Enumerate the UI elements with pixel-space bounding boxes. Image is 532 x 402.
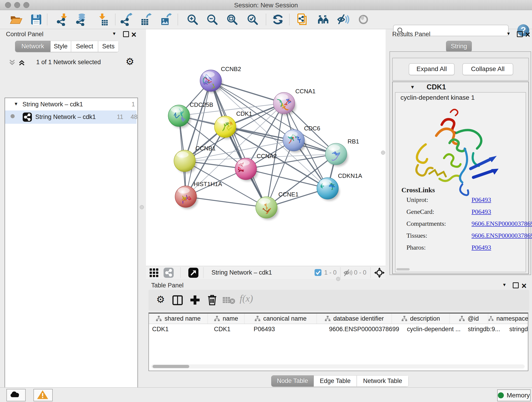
- fit-selected-crosshair-icon[interactable]: [374, 268, 385, 278]
- network-canvas[interactable]: CCNB2CCNA1CDC25BCDK1CDC6RB1CCNB1CCNA2CDK…: [146, 29, 386, 266]
- column-type-icon: [488, 316, 494, 322]
- tab-network-table[interactable]: Network Table: [357, 375, 409, 387]
- hide-selection-icon[interactable]: [337, 13, 350, 26]
- network-options-gear-icon[interactable]: ⚙: [126, 57, 134, 66]
- table-panel-float-icon[interactable]: [513, 282, 519, 288]
- crosslink-uniprot-link[interactable]: P06493: [472, 196, 491, 204]
- table-panel-close-icon[interactable]: ×: [521, 283, 526, 288]
- table-row[interactable]: CDK1 CDK1 P06493 9606.ENSP00000378699 cy…: [149, 324, 528, 334]
- export-image-icon[interactable]: [159, 13, 172, 26]
- crosslink-tissues-link[interactable]: 9606.ENSP00000378699: [472, 232, 532, 239]
- crosslink-genecard-link[interactable]: P06493: [472, 208, 491, 216]
- inner-hscroll-thumb[interactable]: [396, 268, 410, 270]
- results-panel-float-icon[interactable]: [517, 31, 523, 37]
- delete-table-icon[interactable]: [222, 296, 235, 304]
- crosslink-pharos-link[interactable]: P06493: [472, 244, 491, 251]
- table-header-row: shared name name canonical name database…: [149, 313, 528, 324]
- expand-all-button[interactable]: Expand All: [409, 63, 455, 75]
- save-session-icon[interactable]: [30, 13, 43, 26]
- import-table-icon[interactable]: [96, 13, 109, 26]
- left-splitter-handle[interactable]: [140, 205, 144, 209]
- cloud-status-button[interactable]: [6, 389, 26, 401]
- control-panel-close-icon[interactable]: ×: [131, 32, 136, 37]
- collapse-all-button[interactable]: Collapse All: [462, 63, 513, 75]
- crosslink-label: Pharos:: [406, 244, 426, 251]
- table-panel-menu-caret[interactable]: ▼: [502, 282, 507, 287]
- table-hscroll-thumb[interactable]: [152, 365, 189, 368]
- tab-style[interactable]: Style: [51, 41, 71, 52]
- delete-column-trash-icon[interactable]: [207, 294, 217, 306]
- tab-network[interactable]: Network: [15, 41, 51, 52]
- gene-collapse-caret-icon[interactable]: ▼: [410, 84, 415, 90]
- grid-view-icon[interactable]: [149, 268, 159, 278]
- node-table[interactable]: shared name name canonical name database…: [148, 313, 528, 371]
- network-tree-parent-row[interactable]: ▼ String Network – cdk1 1: [5, 99, 137, 110]
- network-tree-child-row[interactable]: String Network – cdk1 11 48: [5, 110, 137, 124]
- column-header[interactable]: namespace: [488, 313, 528, 324]
- window-title: Session: New Session: [0, 2, 532, 9]
- separator: [370, 267, 371, 278]
- add-column-icon[interactable]: [190, 295, 200, 305]
- node-label-ccnb2: CCNB2: [221, 65, 241, 72]
- open-session-icon[interactable]: [10, 13, 22, 26]
- table-hscrollbar[interactable]: [151, 364, 525, 369]
- new-network-from-selection-icon[interactable]: [297, 13, 309, 26]
- show-columns-icon[interactable]: [172, 295, 183, 305]
- network-edges[interactable]: [179, 81, 336, 207]
- import-network-database-icon[interactable]: [75, 13, 88, 26]
- tab-node-table[interactable]: Node Table: [271, 375, 314, 387]
- column-type-icon: [401, 316, 407, 322]
- tab-select[interactable]: Select: [71, 41, 98, 52]
- control-panel-menu-caret[interactable]: ▼: [112, 31, 116, 36]
- zoom-out-icon[interactable]: [206, 13, 219, 26]
- warning-status-button[interactable]: [33, 389, 53, 401]
- gene-symbol: CDK1: [427, 83, 446, 91]
- bottom-splitter-handle[interactable]: [336, 277, 340, 281]
- tab-edge-table[interactable]: Edge Table: [314, 375, 357, 387]
- table-options-gear-icon[interactable]: ⚙: [156, 295, 165, 304]
- tab-string[interactable]: String: [446, 41, 472, 52]
- cell-description: cyclin-dependent ...: [404, 324, 465, 334]
- main-toolbar: ?: [0, 10, 532, 29]
- string-network-view-icon[interactable]: [163, 268, 174, 278]
- column-header[interactable]: canonical name: [244, 313, 317, 324]
- export-network-icon[interactable]: [120, 13, 133, 26]
- crosslink-compartments-link[interactable]: 9606.ENSP00000378699: [472, 220, 532, 227]
- results-panel-menu-caret[interactable]: ▼: [506, 31, 511, 36]
- apply-layout-icon[interactable]: [272, 13, 284, 26]
- network-collection-label: String Network – cdk1: [22, 101, 83, 108]
- zoom-fit-icon[interactable]: [226, 13, 239, 26]
- export-table-icon[interactable]: [139, 13, 152, 26]
- cell-name: CDK1: [211, 324, 250, 334]
- first-neighbors-icon[interactable]: [317, 13, 330, 26]
- string-results-buttons: Expand All Collapse All: [392, 58, 529, 81]
- crosslink-label: Tissues:: [406, 232, 427, 239]
- table-panel-title: Table Panel: [151, 282, 184, 289]
- status-bar: Memory: [0, 387, 532, 402]
- show-all-icon[interactable]: [357, 13, 370, 26]
- tree-collapse-caret-icon[interactable]: ▼: [14, 101, 18, 107]
- zoom-in-icon[interactable]: [186, 13, 199, 26]
- column-header[interactable]: @id: [450, 313, 488, 324]
- node-label-ccnb1: CCNB1: [196, 145, 215, 152]
- tab-sets[interactable]: Sets: [98, 41, 119, 52]
- control-panel-tabs: Network Style Select Sets: [15, 41, 119, 52]
- right-splitter-handle[interactable]: [381, 151, 385, 155]
- column-type-icon: [459, 316, 465, 322]
- node-label-ccna2: CCNA2: [257, 153, 277, 160]
- hidden-node-edge-counts: 0 - 0: [354, 269, 366, 276]
- node-label-cdk1: CDK1: [236, 110, 252, 117]
- memory-button[interactable]: Memory: [497, 389, 531, 401]
- results-panel-close-icon[interactable]: ×: [525, 32, 530, 37]
- crosslink-label: Uniprot:: [406, 196, 428, 204]
- column-header[interactable]: description: [392, 313, 450, 324]
- control-panel-float-icon[interactable]: [123, 31, 129, 37]
- zoom-selected-icon[interactable]: [246, 13, 259, 26]
- selected-checkbox[interactable]: [315, 269, 322, 276]
- column-header[interactable]: database identifier: [317, 313, 392, 324]
- column-header[interactable]: name: [208, 313, 244, 324]
- import-network-file-icon[interactable]: [56, 13, 69, 26]
- birds-eye-view-icon[interactable]: [188, 268, 199, 278]
- column-header[interactable]: shared name: [149, 313, 208, 324]
- crosslink-label: GeneCard:: [406, 208, 434, 216]
